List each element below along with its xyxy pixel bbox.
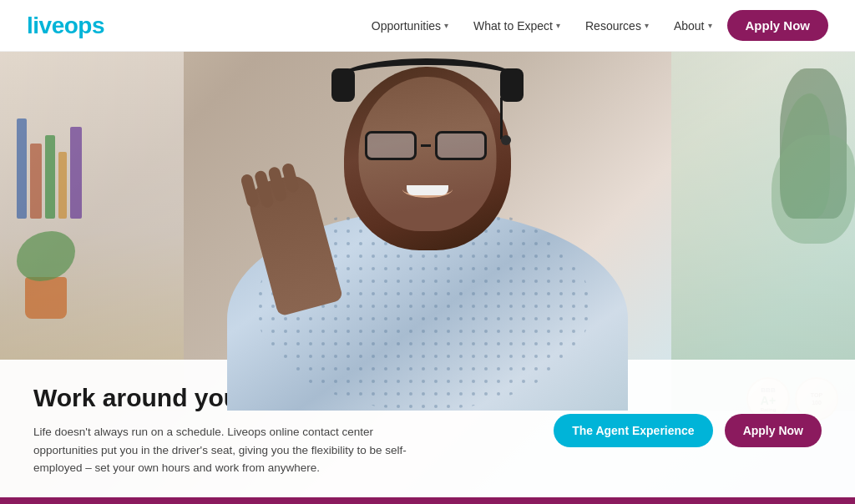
nav-about-label: About: [674, 19, 705, 33]
apply-now-button-hero[interactable]: Apply Now: [725, 414, 822, 447]
chevron-down-icon: ▾: [645, 21, 649, 30]
nav-what-to-expect-label: What to Expect: [473, 19, 553, 33]
logo[interactable]: liveops: [27, 13, 104, 39]
logo-text: liveops: [27, 13, 104, 38]
hero-person-image: [0, 52, 855, 411]
nav-item-about[interactable]: About ▾: [664, 13, 722, 39]
nav-item-resources[interactable]: Resources ▾: [575, 13, 659, 39]
chevron-down-icon: ▾: [444, 21, 448, 30]
nav-item-what-to-expect[interactable]: What to Expect ▾: [463, 13, 570, 39]
chevron-down-icon: ▾: [708, 21, 712, 30]
main-nav: Opportunities ▾ What to Expect ▾ Resourc…: [362, 10, 828, 41]
hero-cta-buttons: The Agent Experience Apply Now: [554, 414, 822, 447]
header: liveops Opportunities ▾ What to Expect ▾…: [0, 0, 855, 52]
nav-resources-label: Resources: [585, 19, 641, 33]
chevron-down-icon: ▾: [556, 21, 560, 30]
agent-experience-button[interactable]: The Agent Experience: [554, 414, 713, 447]
apply-now-button-header[interactable]: Apply Now: [727, 10, 829, 41]
hero-section: BBB A+ Rating TOP100 Work around your li…: [0, 52, 855, 504]
bottom-accent-bar: [0, 497, 855, 504]
nav-item-opportunities[interactable]: Opportunities ▾: [362, 13, 458, 39]
hero-description: Life doesn't always run on a schedule. L…: [33, 423, 426, 477]
nav-opportunities-label: Opportunities: [372, 19, 441, 33]
